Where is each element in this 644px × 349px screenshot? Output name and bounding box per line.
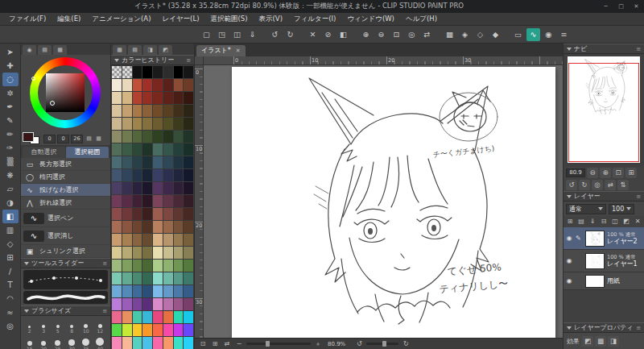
decoration-tool[interactable]: ❋	[2, 168, 19, 182]
gradient-tool[interactable]: ▥	[2, 223, 19, 237]
zoom-tool[interactable]: ◎	[2, 319, 19, 333]
color-swatch[interactable]	[174, 311, 184, 323]
navigator-view-rect[interactable]	[568, 63, 639, 162]
color-set-tab[interactable]: ▦	[53, 45, 67, 55]
brush-size-item[interactable]: 35	[79, 334, 93, 349]
color-swatch[interactable]	[122, 66, 132, 78]
snap-to-special-ruler-button[interactable]: ◇	[473, 28, 487, 41]
color-swatch[interactable]	[163, 285, 173, 297]
snap-to-ruler-button[interactable]: ◈	[458, 28, 472, 41]
reset-rotation-button[interactable]: ◎	[405, 28, 419, 41]
color-swatch[interactable]	[174, 234, 184, 246]
color-swatch[interactable]	[163, 247, 173, 259]
menu-item[interactable]: 表示(V)	[254, 13, 288, 25]
visibility-icon[interactable]: ◉	[565, 257, 573, 264]
color-swatch[interactable]	[174, 324, 184, 336]
brush-size-item[interactable]: 10	[79, 317, 93, 334]
approximate-color-tab-icon[interactable]: ◩	[159, 45, 172, 55]
color-swatch[interactable]	[184, 182, 193, 194]
text-tool[interactable]: T	[2, 278, 19, 292]
tool-slider-header[interactable]: ツールスライダー ≡	[21, 258, 110, 268]
color-swatch[interactable]	[153, 143, 163, 156]
menu-item[interactable]: アニメーション(A)	[86, 13, 156, 25]
layer-color-effect-button[interactable]: ◨	[608, 336, 619, 347]
panel-menu-icon[interactable]: ≡	[636, 46, 641, 52]
layer-row[interactable]: ◉✎100 % 通常レイヤー2	[564, 227, 644, 250]
color-swatch[interactable]	[122, 182, 132, 194]
brush-size-item[interactable]: 20	[37, 334, 52, 349]
color-swatch[interactable]	[133, 169, 142, 181]
color-swatch[interactable]	[112, 118, 122, 130]
color-swatch[interactable]	[184, 247, 193, 259]
grid-button[interactable]: ▦	[443, 28, 456, 41]
subtool-tab[interactable]: 選択範囲	[66, 147, 109, 158]
color-swatch[interactable]	[122, 247, 132, 259]
layer-mask-button[interactable]: ◫	[610, 217, 620, 226]
color-swatch[interactable]	[112, 131, 122, 143]
color-swatch[interactable]	[142, 324, 152, 336]
subtool-item[interactable]: ◯楕円選択	[21, 171, 110, 184]
color-swatch[interactable]	[133, 143, 142, 156]
menu-item[interactable]: 編集(E)	[52, 13, 86, 25]
color-swatch[interactable]	[153, 298, 163, 310]
nav-fit-button[interactable]: ⊡	[613, 168, 624, 178]
visibility-icon[interactable]: ◉	[565, 277, 573, 285]
nav-reset-rotation-button[interactable]: ◎	[592, 180, 603, 190]
tone-effect-button[interactable]: ▩	[595, 336, 606, 347]
rotate-slider-handle[interactable]	[382, 341, 386, 347]
color-swatch[interactable]	[133, 324, 142, 336]
color-swatch[interactable]	[174, 221, 184, 233]
color-swatch[interactable]	[112, 66, 122, 78]
color-swatch[interactable]	[184, 105, 193, 117]
open-file-button[interactable]: ◳	[215, 28, 229, 41]
color-swatch[interactable]	[174, 337, 184, 349]
panel-menu-icon[interactable]: ≡	[102, 260, 107, 267]
zoom-in-button[interactable]: ⊕	[359, 28, 373, 41]
nav-flip-horizontal-button[interactable]: ⇄	[605, 180, 616, 190]
color-swatch[interactable]	[174, 247, 184, 259]
color-swatch[interactable]	[122, 92, 132, 104]
color-swatch[interactable]	[153, 272, 163, 285]
color-swatch[interactable]	[133, 260, 142, 272]
color-swatch[interactable]	[184, 311, 193, 323]
close-button[interactable]: ✕	[629, 0, 644, 13]
color-swatch[interactable]	[153, 156, 163, 168]
pen-tool[interactable]: ✎	[2, 114, 19, 127]
nav-rotate-left-button[interactable]: ↺	[566, 180, 577, 190]
color-swatch[interactable]	[153, 131, 163, 143]
layer-property-header[interactable]: レイヤープロパティ ≡	[564, 322, 644, 333]
color-swatch[interactable]	[184, 324, 193, 336]
eyedropper-tool[interactable]: ✒	[2, 100, 19, 114]
new-layer-button[interactable]: ⊞	[565, 217, 575, 226]
color-swatch[interactable]	[142, 156, 152, 168]
new-canvas-button[interactable]: ▢	[200, 28, 213, 41]
color-swatch[interactable]	[163, 234, 173, 246]
zoom-out-button[interactable]: −	[234, 340, 244, 347]
color-swatch[interactable]	[153, 260, 163, 272]
color-swatch[interactable]	[174, 285, 184, 297]
color-wheel-tab[interactable]: ◉	[23, 45, 36, 55]
color-swatch[interactable]	[184, 92, 193, 104]
color-swatch[interactable]	[133, 131, 142, 143]
rotate-right-button[interactable]: ↻	[401, 340, 411, 347]
color-swatch[interactable]	[122, 272, 132, 285]
color-swatch[interactable]	[112, 298, 122, 310]
color-swatch[interactable]	[112, 221, 122, 233]
color-swatch[interactable]	[163, 131, 173, 143]
color-swatch[interactable]	[174, 260, 184, 272]
subtool-item[interactable]: ▣シュリンク選択	[21, 245, 110, 258]
color-swatch[interactable]	[122, 208, 132, 220]
color-swatch[interactable]	[153, 118, 163, 130]
color-swatch[interactable]	[184, 118, 193, 130]
color-swatch[interactable]	[153, 208, 163, 220]
color-swatch[interactable]	[133, 221, 142, 233]
snap-to-grid-button[interactable]: ◆	[489, 28, 502, 41]
menu-item[interactable]: ヘルプ(H)	[400, 13, 443, 25]
color-swatch[interactable]	[153, 105, 163, 117]
color-swatch[interactable]	[163, 221, 173, 233]
color-swatch[interactable]	[133, 118, 142, 130]
subtool-item[interactable]: ∿投げなわ選択	[21, 184, 110, 197]
flip-horizontal-button[interactable]: ⇄	[222, 340, 232, 347]
color-swatch[interactable]	[112, 182, 122, 194]
color-swatch[interactable]	[163, 272, 173, 285]
